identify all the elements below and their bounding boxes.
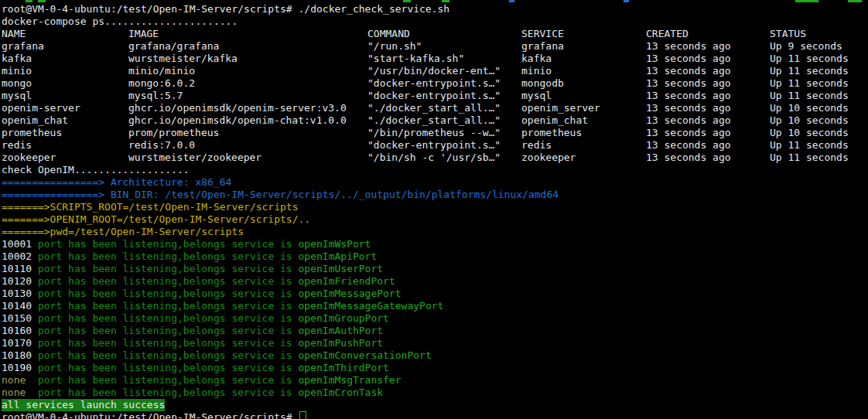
table-cell: STATUS [770,28,806,40]
port-status-line: none port has been listening,belongs ser… [2,374,868,387]
table-cell: Up 11 seconds [770,152,849,164]
port-number: 10190 [2,362,38,373]
service-name: openImFriendPort [299,275,395,287]
table-cell: Up 11 seconds [770,65,849,77]
text-segment: all services launch success [2,399,165,411]
table-cell: openim_chat [521,114,588,127]
table-cell: COMMAND [367,28,410,40]
port-number: 10150 [2,312,38,324]
check-openim-line: check OpenIM................... [2,164,868,176]
table-cell: minio [521,65,552,77]
table-cell: redis [521,139,552,152]
terminal-output: root@VM-0-4-ubuntu:/test/Open-IM-Server/… [2,3,868,419]
openim-root-line: =======>OPENIM_ROOT=/test/Open-IM-Server… [2,213,868,226]
table-cell: wurstmeister/zookeeper [128,152,261,164]
table-cell: 13 seconds ago [646,102,731,114]
clipped-text-fragment [795,0,818,2]
clipped-text-fragment [848,0,862,2]
clipped-text-fragment [26,0,32,2]
table-cell: "/usr/bin/docker-ent…" [367,65,501,77]
port-number: 10002 [2,250,38,262]
table-cell: minio/minio [128,65,195,77]
table-cell: ghcr.io/openimsdk/openim-chat:v1.0.0 [128,114,347,127]
table-cell: wurstmeister/kafka [128,53,238,65]
ps-table-row: grafanagrafana/grafana"/run.sh"grafana13… [2,40,868,53]
text-segment: =======>OPENIM_ROOT=/test/Open-IM-Server… [2,213,310,225]
clipped-text-fragment [624,0,629,2]
service-name: openImPushPort [299,337,384,349]
table-cell: Up 9 seconds [770,40,842,53]
port-status-line: none port has been listening,belongs ser… [2,387,868,399]
table-cell: "start-kafka.sh" [367,53,464,65]
shell-prompt-command: root@VM-0-4-ubuntu:/test/Open-IM-Server/… [2,3,868,15]
table-cell: minio [2,65,32,77]
docker-compose-ps-line: docker-compose ps...................... [2,15,868,28]
service-name: openImMessagePort [299,288,402,299]
table-cell: mongo [2,77,32,90]
port-number: 10140 [2,300,38,312]
table-cell: grafana/grafana [128,40,219,53]
table-cell: "/run.sh" [367,40,422,53]
table-cell: grafana [521,40,564,53]
service-name: openImUserPort [299,263,384,274]
port-number: 10130 [2,288,38,299]
table-cell: "./docker_start_all.…" [367,114,501,127]
ps-table-row: mysqlmysql:5.7"docker-entrypoint.s…"mysq… [2,90,868,102]
text-segment: root@VM-0-4-ubuntu:/test/Open-IM-Server/… [2,411,299,419]
table-cell: 13 seconds ago [646,127,731,139]
text-segment: port has been listening,belongs service … [38,362,299,373]
bin-dir-line: ================> BIN_DIR: /test/Open-IM… [2,189,868,201]
text-segment: check OpenIM................... [2,164,190,175]
port-number: 10110 [2,263,38,274]
port-status-line: 10130 port has been listening,belongs se… [2,288,868,300]
text-segment: port has been listening,belongs service … [38,288,299,299]
table-cell: Up 10 seconds [770,102,849,114]
table-cell: 13 seconds ago [646,40,731,53]
port-status-line: 10140 port has been listening,belongs se… [2,300,868,312]
text-segment: port has been listening,belongs service … [38,238,299,250]
text-segment: port has been listening,belongs service … [38,337,299,349]
table-cell: 13 seconds ago [646,152,731,164]
table-cell: kafka [2,53,32,65]
service-name: openImMsgTransfer [299,374,402,386]
table-cell: Up 10 seconds [770,127,849,139]
text-segment: port has been listening,belongs service … [38,374,299,386]
port-status-line: 10002 port has been listening,belongs se… [2,250,868,263]
ps-table-row: redisredis:7.0.0"docker-entrypoint.s…"re… [2,139,868,152]
table-cell: 13 seconds ago [646,65,731,77]
port-number: none [2,387,38,398]
table-cell: SERVICE [521,28,564,40]
table-cell: openim-server [2,102,80,114]
table-cell: "docker-entrypoint.s…" [367,90,501,102]
port-status-line: 10160 port has been listening,belongs se… [2,325,868,337]
terminal-screen[interactable]: root@VM-0-4-ubuntu:/test/Open-IM-Server/… [0,0,868,419]
table-cell: Up 11 seconds [770,77,849,90]
launch-success-banner: all services launch success [2,399,868,411]
table-cell: mysql [2,90,32,102]
port-status-line: 10001 port has been listening,belongs se… [2,238,868,250]
clipped-text-fragment [509,0,514,2]
clipped-text-fragment [403,0,411,2]
ps-table-row: zookeeperwurstmeister/zookeeper"/bin/sh … [2,152,868,164]
service-name: openImAuthPort [299,325,384,336]
table-cell: zookeeper [521,152,576,164]
table-cell: mongodb [521,77,564,90]
text-segment: port has been listening,belongs service … [38,387,299,398]
service-name: openImGroupPort [299,312,389,324]
port-status-line: 10110 port has been listening,belongs se… [2,263,868,275]
port-status-line: 10120 port has been listening,belongs se… [2,275,868,288]
ps-table-row: openim_chatghcr.io/openimsdk/openim-chat… [2,114,868,127]
table-cell: "docker-entrypoint.s…" [367,77,501,90]
text-segment: docker-compose ps...................... [2,15,238,27]
service-name: openImWsPort [299,238,371,250]
text-segment: =======>pwd=/test/Open-IM-Server/scripts [2,226,244,237]
table-cell: redis [2,139,32,152]
text-segment: port has been listening,belongs service … [38,263,299,274]
shell-prompt-idle: root@VM-0-4-ubuntu:/test/Open-IM-Server/… [2,411,868,419]
port-number: 10120 [2,275,38,287]
table-cell: 13 seconds ago [646,53,731,65]
text-segment: port has been listening,belongs service … [38,325,299,336]
pwd-line: =======>pwd=/test/Open-IM-Server/scripts [2,226,868,238]
ps-table-row: openim-serverghcr.io/openimsdk/openim-se… [2,102,868,114]
service-name: openImConversationPort [299,349,432,361]
